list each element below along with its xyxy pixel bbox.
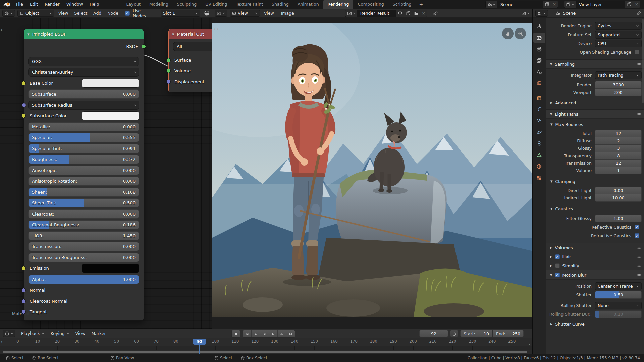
- properties-tab-particles[interactable]: [533, 116, 545, 126]
- simplify-checkbox[interactable]: [555, 263, 560, 268]
- node-input-volume[interactable]: Volume: [173, 66, 212, 75]
- menu-marker[interactable]: Marker: [88, 331, 109, 336]
- socket-surface[interactable]: [166, 58, 171, 62]
- node-input-tangent[interactable]: Tangent: [28, 307, 139, 316]
- image-selector[interactable]: Render Result ×: [345, 10, 427, 17]
- grip-icon[interactable]: [636, 245, 641, 250]
- reflective-caustics-checkbox[interactable]: ✓: [635, 225, 639, 229]
- add-workspace-button[interactable]: +: [416, 0, 426, 9]
- menu-add[interactable]: Add: [90, 11, 104, 16]
- image-name[interactable]: Render Result: [357, 10, 396, 17]
- collapse-triangle-icon[interactable]: ▼: [27, 33, 30, 36]
- region-collapse-icon[interactable]: ‹: [529, 342, 531, 347]
- render-result-view[interactable]: ‹ ›: [212, 18, 532, 329]
- workspace-tab-animation[interactable]: Animation: [293, 0, 323, 9]
- menu-render[interactable]: Render: [41, 0, 63, 9]
- device-dropdown[interactable]: CPU: [595, 40, 642, 47]
- output-target-dropdown[interactable]: All: [173, 42, 212, 51]
- fake-user-button[interactable]: [396, 10, 404, 17]
- current-frame-field[interactable]: 92: [419, 330, 448, 337]
- node-material-output[interactable]: ▼ Material Out All SurfaceVolumeDisplace…: [168, 29, 212, 92]
- open-image-button[interactable]: [412, 10, 420, 17]
- section-light-paths[interactable]: ▼Light Paths: [546, 110, 644, 119]
- filter-glossy-field[interactable]: 1.00: [595, 215, 642, 222]
- unlink-image-button[interactable]: ×: [420, 10, 427, 17]
- clamping-indirect-light-field[interactable]: 10.00: [595, 194, 642, 202]
- scene-name[interactable]: Scene: [497, 1, 543, 8]
- feature-set-dropdown[interactable]: Supported: [595, 31, 642, 39]
- view-layer-copy-button[interactable]: [625, 1, 633, 8]
- menu-playback[interactable]: Playback: [18, 331, 48, 336]
- socket-bsdf-output[interactable]: [142, 44, 146, 49]
- grip-icon[interactable]: [636, 62, 641, 66]
- scrollbar[interactable]: [642, 19, 644, 103]
- properties-tab-tool[interactable]: [533, 21, 545, 31]
- samples-viewport-field[interactable]: 300: [595, 88, 642, 96]
- timeline-ruler[interactable]: 92 0102030405060708090100110120130140150…: [0, 338, 532, 346]
- workspace-tab-uv-editing[interactable]: UV Editing: [201, 0, 231, 9]
- socket-subsurface-color[interactable]: [21, 114, 26, 118]
- zoom-gizmo[interactable]: [515, 28, 526, 39]
- preset-icon[interactable]: [628, 112, 633, 116]
- socket-displacement[interactable]: [166, 80, 171, 84]
- clamping-subpanel[interactable]: ▼Clamping: [546, 177, 644, 185]
- refractive-caustics-checkbox[interactable]: ✓: [635, 233, 639, 238]
- scene-copy-button[interactable]: [543, 1, 551, 8]
- menu-select[interactable]: Select: [71, 11, 90, 16]
- properties-tab-texture[interactable]: [533, 173, 545, 183]
- color-swatch[interactable]: [82, 79, 139, 88]
- color-swatch[interactable]: [82, 111, 139, 120]
- node-input-ior[interactable]: IOR:1.450: [28, 231, 139, 240]
- node-input-transmission-roughness[interactable]: Transmission Roughness:0.000: [28, 253, 139, 262]
- view-layer-name[interactable]: View Layer: [576, 1, 625, 8]
- properties-tab-constraints[interactable]: [533, 138, 545, 148]
- node-header[interactable]: ▼ Material Out: [169, 29, 212, 39]
- socket-volume[interactable]: [166, 69, 171, 73]
- node-input-transmission[interactable]: Transmission:0.000: [28, 242, 139, 251]
- section-hair[interactable]: ▶✓ Hair: [546, 252, 644, 261]
- grip-icon[interactable]: [636, 112, 641, 116]
- node-input-surface[interactable]: Surface: [173, 56, 212, 65]
- properties-tab-world[interactable]: [533, 78, 545, 88]
- render-engine-dropdown[interactable]: Cycles: [595, 22, 642, 30]
- playback-playrev-button[interactable]: [260, 330, 269, 337]
- grip-icon[interactable]: [636, 263, 641, 268]
- max-bounces-transmission-field[interactable]: 12: [595, 159, 642, 167]
- properties-tab-scene[interactable]: [533, 67, 545, 77]
- playhead-line[interactable]: [199, 345, 200, 354]
- new-image-button[interactable]: [404, 10, 412, 17]
- editor-type-button[interactable]: [535, 10, 548, 17]
- editor-type-button[interactable]: [2, 10, 15, 17]
- socket-base-color[interactable]: [21, 81, 26, 85]
- mb-shutter-slider[interactable]: 0.50: [595, 291, 642, 299]
- node-input-clearcoat-roughness[interactable]: Clearcoat Roughness:0.186: [28, 220, 139, 229]
- properties-tab-modifier[interactable]: [533, 104, 545, 114]
- menu-image[interactable]: Image: [278, 11, 297, 16]
- menu-view[interactable]: View: [72, 331, 89, 336]
- view-layer-unlink-button[interactable]: ×: [633, 1, 640, 8]
- section-sampling[interactable]: ▼Sampling: [546, 60, 644, 69]
- scene-browse-button[interactable]: [486, 1, 497, 8]
- properties-tab-physics[interactable]: [533, 127, 545, 137]
- workspace-tab-modeling[interactable]: Modeling: [145, 0, 173, 9]
- workspace-tab-compositing[interactable]: Compositing: [353, 0, 388, 9]
- image-mode-dropdown[interactable]: View: [230, 10, 260, 17]
- max-bounces-subpanel[interactable]: ▼Max Bounces: [546, 120, 644, 128]
- editor-type-button[interactable]: [3, 330, 15, 337]
- workspace-tab-rendering[interactable]: Rendering: [323, 0, 354, 9]
- node-input-alpha[interactable]: Alpha:1.000: [28, 275, 139, 284]
- node-input-sheen-tint[interactable]: Sheen Tint:0.500: [28, 198, 139, 207]
- socket-clearcoat-normal[interactable]: [21, 299, 26, 303]
- pin-icon[interactable]: [433, 11, 438, 16]
- node-input-specular[interactable]: Specular:0.555: [28, 133, 139, 142]
- grip-icon[interactable]: [636, 273, 641, 277]
- node-input-christensen-burley[interactable]: Christensen-Burley: [28, 68, 139, 77]
- scene-unlink-button[interactable]: ×: [551, 1, 558, 8]
- slot-dropdown[interactable]: Slot 1: [161, 10, 200, 17]
- section-simplify[interactable]: ▶ Simplify: [546, 261, 644, 270]
- properties-tab-output[interactable]: [533, 44, 545, 54]
- node-input-anisotropic-rotation[interactable]: Anisotropic Rotation:0.000: [28, 177, 139, 186]
- menu-edit[interactable]: Edit: [26, 0, 41, 9]
- menu-node[interactable]: Node: [104, 11, 121, 16]
- image-browse-button[interactable]: [345, 10, 357, 17]
